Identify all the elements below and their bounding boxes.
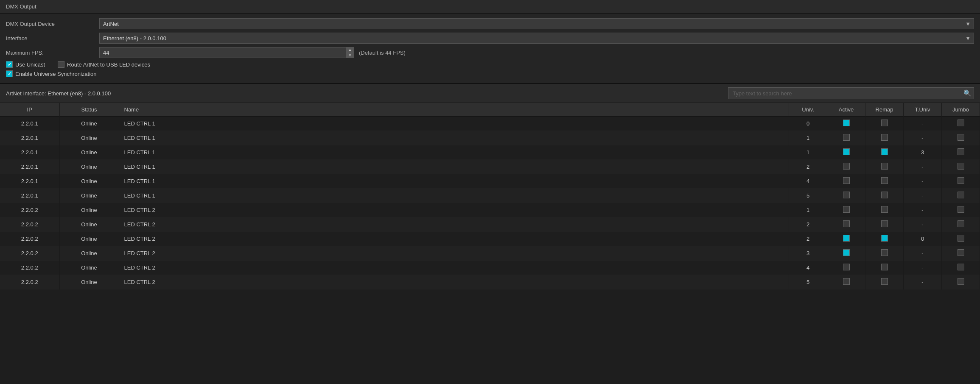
search-input[interactable] [728, 87, 974, 99]
cell-status: Online [59, 160, 119, 174]
jumbo-checkbox[interactable] [958, 163, 964, 170]
use-unicast-checkbox[interactable] [6, 61, 13, 68]
remap-checkbox[interactable] [881, 264, 888, 270]
active-checkbox[interactable] [843, 235, 850, 242]
remap-checkbox[interactable] [881, 163, 888, 170]
fps-decrement-button[interactable]: ▼ [346, 53, 354, 58]
cell-active[interactable] [827, 174, 865, 189]
remap-checkbox[interactable] [881, 177, 888, 184]
cell-remap[interactable] [865, 117, 904, 131]
enable-univ-sync-checkbox[interactable] [6, 70, 13, 77]
fps-input[interactable] [99, 47, 354, 58]
cell-active[interactable] [827, 189, 865, 203]
remap-checkbox[interactable] [881, 120, 888, 126]
jumbo-checkbox[interactable] [958, 134, 964, 141]
cell-remap[interactable] [865, 160, 904, 174]
cell-jumbo[interactable] [942, 189, 980, 203]
cell-jumbo[interactable] [942, 145, 980, 160]
cell-jumbo[interactable] [942, 174, 980, 189]
jumbo-checkbox[interactable] [958, 148, 964, 155]
active-checkbox[interactable] [843, 206, 850, 213]
table-row: 2.2.0.1 Online LED CTRL 1 4 - [0, 174, 980, 189]
cell-remap[interactable] [865, 189, 904, 203]
active-checkbox[interactable] [843, 120, 850, 126]
cell-remap[interactable] [865, 232, 904, 246]
cell-active[interactable] [827, 160, 865, 174]
col-header-jumbo: Jumbo [942, 103, 980, 117]
cell-jumbo[interactable] [942, 261, 980, 275]
jumbo-checkbox[interactable] [958, 278, 964, 285]
search-button[interactable]: 🔍 [963, 89, 972, 97]
jumbo-checkbox[interactable] [958, 192, 964, 198]
active-checkbox[interactable] [843, 134, 850, 141]
jumbo-checkbox[interactable] [958, 120, 964, 126]
cell-active[interactable] [827, 203, 865, 217]
col-header-remap: Remap [865, 103, 904, 117]
cell-jumbo[interactable] [942, 203, 980, 217]
cell-jumbo[interactable] [942, 160, 980, 174]
enable-univ-sync-item[interactable]: Enable Universe Synchronization [6, 70, 97, 77]
cell-jumbo[interactable] [942, 217, 980, 232]
cell-name: LED CTRL 2 [119, 203, 789, 217]
interface-select[interactable]: Ethernet (en8) - 2.0.0.100 [99, 33, 974, 44]
device-select[interactable]: ArtNet [99, 18, 974, 29]
fps-increment-button[interactable]: ▲ [346, 47, 354, 53]
jumbo-checkbox[interactable] [958, 264, 964, 270]
cell-jumbo[interactable] [942, 117, 980, 131]
remap-checkbox[interactable] [881, 134, 888, 141]
active-checkbox[interactable] [843, 249, 850, 256]
active-checkbox[interactable] [843, 264, 850, 270]
active-checkbox[interactable] [843, 148, 850, 155]
route-artnet-item[interactable]: Route ArtNet to USB LED devices [58, 61, 150, 68]
cell-active[interactable] [827, 275, 865, 289]
cell-remap[interactable] [865, 275, 904, 289]
cell-jumbo[interactable] [942, 232, 980, 246]
cell-active[interactable] [827, 232, 865, 246]
active-checkbox[interactable] [843, 177, 850, 184]
jumbo-checkbox[interactable] [958, 206, 964, 213]
table-row: 2.2.0.2 Online LED CTRL 2 3 - [0, 246, 980, 261]
cell-active[interactable] [827, 117, 865, 131]
jumbo-checkbox[interactable] [958, 235, 964, 242]
remap-checkbox[interactable] [881, 235, 888, 242]
cell-remap[interactable] [865, 217, 904, 232]
cell-remap[interactable] [865, 203, 904, 217]
remap-checkbox[interactable] [881, 220, 888, 227]
active-checkbox[interactable] [843, 278, 850, 285]
use-unicast-item[interactable]: Use Unicast [6, 61, 45, 68]
cell-active[interactable] [827, 261, 865, 275]
cell-jumbo[interactable] [942, 246, 980, 261]
device-table: IP Status Name Univ. Active Remap T.Univ… [0, 103, 980, 289]
table-row: 2.2.0.1 Online LED CTRL 1 5 - [0, 189, 980, 203]
cell-active[interactable] [827, 217, 865, 232]
cell-remap[interactable] [865, 145, 904, 160]
cell-active[interactable] [827, 246, 865, 261]
route-artnet-checkbox[interactable] [58, 61, 64, 68]
cell-active[interactable] [827, 145, 865, 160]
cell-jumbo[interactable] [942, 131, 980, 145]
remap-checkbox[interactable] [881, 192, 888, 198]
jumbo-checkbox[interactable] [958, 249, 964, 256]
cell-status: Online [59, 145, 119, 160]
cell-remap[interactable] [865, 261, 904, 275]
cell-univ: 5 [789, 189, 827, 203]
jumbo-checkbox[interactable] [958, 177, 964, 184]
cell-ip: 2.2.0.1 [0, 131, 59, 145]
jumbo-checkbox[interactable] [958, 220, 964, 227]
cell-tuniv: - [904, 131, 942, 145]
fps-row: Maximum FPS: ▲ ▼ (Default is 44 FPS) [6, 47, 974, 58]
tuniv-value: - [921, 250, 923, 256]
active-checkbox[interactable] [843, 163, 850, 170]
cell-jumbo[interactable] [942, 275, 980, 289]
active-checkbox[interactable] [843, 192, 850, 198]
remap-checkbox[interactable] [881, 148, 888, 155]
window-title: DMX Output [6, 3, 36, 10]
remap-checkbox[interactable] [881, 278, 888, 285]
active-checkbox[interactable] [843, 220, 850, 227]
remap-checkbox[interactable] [881, 249, 888, 256]
cell-active[interactable] [827, 131, 865, 145]
remap-checkbox[interactable] [881, 206, 888, 213]
cell-remap[interactable] [865, 246, 904, 261]
cell-remap[interactable] [865, 174, 904, 189]
cell-remap[interactable] [865, 131, 904, 145]
